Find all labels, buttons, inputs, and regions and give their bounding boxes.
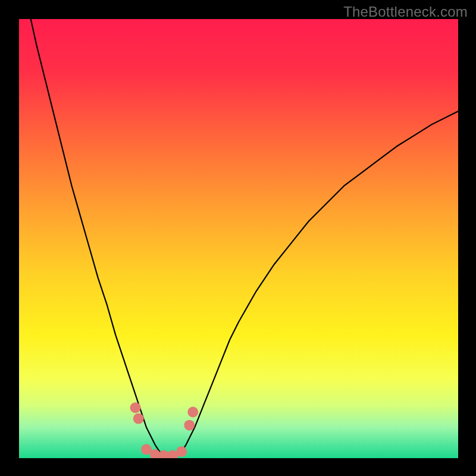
curve-marker: [176, 446, 187, 457]
curve-marker: [184, 420, 195, 431]
plot-area: [19, 19, 458, 458]
curve-marker: [133, 414, 144, 424]
curve-marker: [130, 402, 141, 413]
watermark-text: TheBottleneck.com: [343, 4, 468, 20]
bottleneck-curve-svg: [19, 19, 458, 458]
curve-marker: [187, 407, 198, 418]
chart-stage: TheBottleneck.com: [0, 0, 476, 476]
gradient-background: [19, 19, 458, 458]
